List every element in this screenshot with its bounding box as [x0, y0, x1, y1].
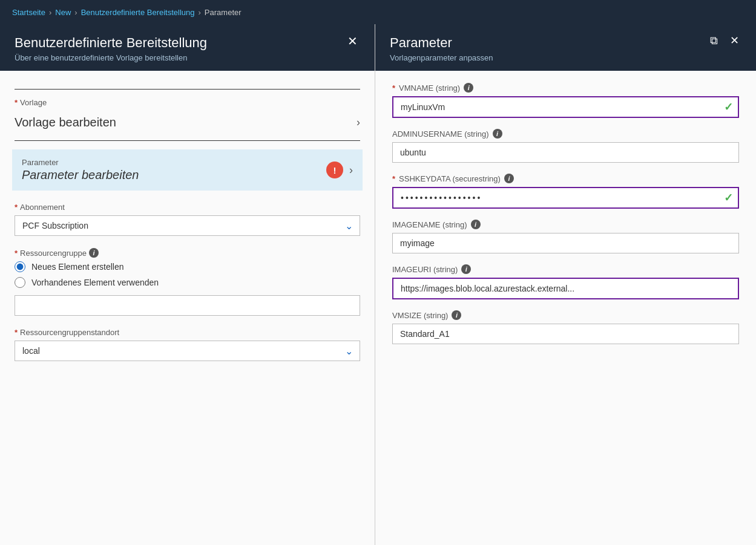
vmsize-label-text: VMSIZE (string) — [392, 311, 448, 320]
vorlage-chevron-icon: › — [357, 116, 360, 129]
imagename-input[interactable] — [392, 233, 739, 253]
ressourcengruppe-label: * Ressourcengruppe i — [15, 248, 360, 258]
ressourcengruppenstandort-required-star: * — [15, 328, 18, 337]
vmname-input-wrapper: ✓ — [392, 96, 739, 118]
left-panel: Benutzerdefinierte Bereitstellung Über e… — [0, 24, 375, 545]
ressourcengruppe-section: * Ressourcengruppe i Neues Element erste… — [15, 248, 360, 316]
right-panel-actions: ⧉ ✕ — [708, 35, 741, 46]
imageuri-info-icon: i — [461, 264, 471, 274]
vorlage-section: * Vorlage Vorlage bearbeiten › — [15, 98, 360, 134]
ressourcengruppe-required-star: * — [15, 249, 18, 258]
imagename-field: IMAGENAME (string) i — [392, 220, 739, 253]
vmname-valid-icon: ✓ — [724, 100, 733, 114]
adminusername-field: ADMINUSERNAME (string) i — [392, 129, 739, 163]
imageuri-label-text: IMAGEURI (string) — [392, 265, 458, 274]
vorlage-label-text: Vorlage — [20, 98, 47, 107]
vmname-field: * VMNAME (string) i ✓ — [392, 83, 739, 118]
sshkeydata-info-icon: i — [504, 174, 514, 183]
vmname-label: * VMNAME (string) i — [392, 83, 739, 93]
vmname-info-icon: i — [464, 83, 473, 93]
breadcrumb-parameter: Parameter — [205, 8, 242, 17]
sshkeydata-input[interactable] — [392, 187, 739, 209]
right-panel-subtitle: Vorlagenparameter anpassen — [390, 53, 493, 62]
parameter-section-content: Parameter Parameter bearbeiten — [22, 158, 139, 182]
sshkeydata-label-text: SSHKEYDATA (securestring) — [399, 174, 501, 183]
radio-vorhandenes-element-label: Vorhandenes Element verwenden — [31, 278, 159, 287]
radio-neues-element-input[interactable] — [15, 261, 25, 272]
imagename-label-text: IMAGENAME (string) — [392, 220, 467, 229]
parameter-error-badge: ! — [326, 162, 343, 178]
vorlage-row[interactable]: Vorlage bearbeiten › — [15, 111, 360, 134]
abonnement-label-text: Abonnement — [20, 203, 65, 212]
breadcrumb-sep-3: › — [199, 8, 201, 17]
abonnement-section: * Abonnement PCF Subscription ⌄ — [15, 203, 360, 236]
breadcrumb: Startseite › New › Benutzerdefinierte Be… — [0, 0, 756, 24]
vmname-required-star: * — [392, 83, 395, 93]
radio-vorhandenes-element: Vorhandenes Element verwenden — [15, 277, 360, 288]
vmsize-label: VMSIZE (string) i — [392, 310, 739, 320]
radio-vorhandenes-element-input[interactable] — [15, 277, 25, 288]
right-panel: Parameter Vorlagenparameter anpassen ⧉ ✕… — [375, 24, 756, 545]
left-panel-subtitle: Über eine benutzerdefinierte Vorlage ber… — [15, 53, 207, 62]
adminusername-label: ADMINUSERNAME (string) i — [392, 129, 739, 139]
breadcrumb-sep-1: › — [49, 8, 51, 17]
ressourcengruppenstandort-select-wrapper: local ⌄ — [15, 341, 360, 361]
ressourcengruppenstandort-label: * Ressourcengruppenstandort — [15, 328, 360, 337]
breadcrumb-startseite[interactable]: Startseite — [12, 8, 45, 17]
vmsize-input-wrapper — [392, 324, 739, 344]
imageuri-input-wrapper — [392, 278, 739, 299]
imageuri-label: IMAGEURI (string) i — [392, 264, 739, 274]
right-panel-header: Parameter Vorlagenparameter anpassen ⧉ ✕ — [375, 24, 756, 71]
vmname-label-text: VMNAME (string) — [399, 83, 460, 93]
sshkeydata-valid-icon: ✓ — [724, 191, 733, 204]
parameter-chevron-icon: › — [349, 164, 353, 177]
radio-neues-element: Neues Element erstellen — [15, 261, 360, 272]
abonnement-required-star: * — [15, 203, 18, 212]
vorlage-value: Vorlage bearbeiten — [15, 116, 116, 129]
breadcrumb-sep-2: › — [74, 8, 77, 17]
ressourcengruppe-info-icon: i — [89, 248, 99, 258]
right-panel-close-button[interactable]: ✕ — [728, 35, 741, 46]
ressourcengruppe-text-input[interactable] — [15, 295, 360, 316]
left-panel-body: * Vorlage Vorlage bearbeiten › Parameter… — [0, 71, 375, 545]
right-panel-maximize-button[interactable]: ⧉ — [708, 35, 720, 46]
imagename-info-icon: i — [471, 220, 481, 229]
vmsize-info-icon: i — [452, 310, 461, 320]
radio-neues-element-label: Neues Element erstellen — [31, 262, 124, 272]
divider-vorlage — [15, 140, 360, 141]
vmsize-field: VMSIZE (string) i — [392, 310, 739, 344]
abonnement-select-wrapper: PCF Subscription ⌄ — [15, 215, 360, 236]
left-panel-header-content: Benutzerdefinierte Bereitstellung Über e… — [15, 35, 207, 62]
sshkeydata-required-star: * — [392, 174, 395, 183]
abonnement-select[interactable]: PCF Subscription — [15, 215, 360, 236]
adminusername-label-text: ADMINUSERNAME (string) — [392, 129, 489, 139]
sshkeydata-field: * SSHKEYDATA (securestring) i ✓ — [392, 174, 739, 209]
ressourcengruppenstandort-select[interactable]: local — [15, 341, 360, 361]
ressourcengruppe-radio-group: Neues Element erstellen Vorhandenes Elem… — [15, 261, 360, 288]
vmname-input[interactable] — [392, 96, 739, 118]
parameter-selected-section[interactable]: Parameter Parameter bearbeiten ! › — [12, 149, 363, 191]
sshkeydata-label: * SSHKEYDATA (securestring) i — [392, 174, 739, 183]
parameter-section-value: Parameter bearbeiten — [22, 168, 139, 182]
parameter-section-icons: ! › — [326, 162, 353, 178]
vmsize-input[interactable] — [392, 324, 739, 344]
parameter-section-label: Parameter — [22, 158, 139, 167]
right-panel-body: * VMNAME (string) i ✓ ADMINUSERNAME (str… — [375, 71, 756, 545]
left-panel-close-button[interactable]: ✕ — [345, 35, 360, 47]
left-panel-title: Benutzerdefinierte Bereitstellung — [15, 35, 207, 51]
imageuri-field: IMAGEURI (string) i — [392, 264, 739, 299]
right-panel-header-content: Parameter Vorlagenparameter anpassen — [390, 35, 493, 62]
sshkeydata-input-wrapper: ✓ — [392, 187, 739, 209]
right-panel-title: Parameter — [390, 35, 493, 51]
left-panel-header: Benutzerdefinierte Bereitstellung Über e… — [0, 24, 375, 71]
divider-top — [15, 89, 360, 90]
ressourcengruppe-label-text: Ressourcengruppe — [20, 249, 87, 258]
breadcrumb-new[interactable]: New — [55, 8, 71, 17]
adminusername-info-icon: i — [493, 129, 502, 139]
imageuri-input[interactable] — [392, 278, 739, 299]
imagename-input-wrapper — [392, 233, 739, 253]
adminusername-input-wrapper — [392, 142, 739, 163]
adminusername-input[interactable] — [392, 142, 739, 163]
main-container: Benutzerdefinierte Bereitstellung Über e… — [0, 24, 756, 545]
breadcrumb-benutzerdefinierte[interactable]: Benutzerdefinierte Bereitstellung — [81, 8, 195, 17]
